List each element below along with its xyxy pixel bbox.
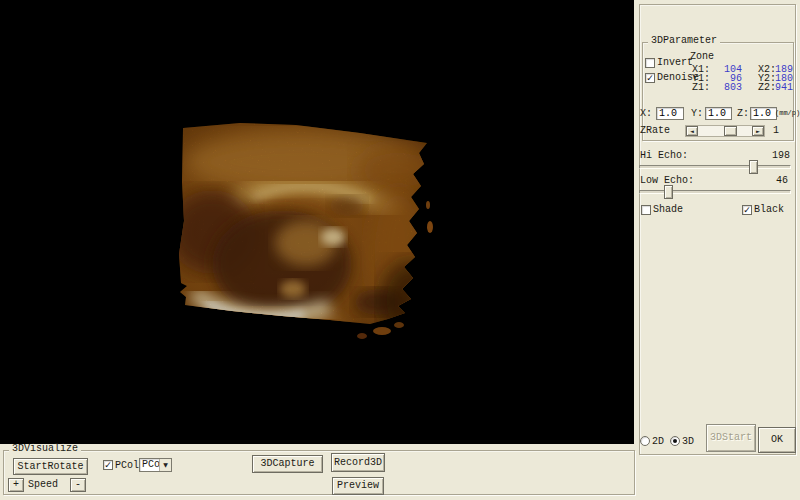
zone-z1-value: 803	[718, 83, 742, 93]
x-scale-input[interactable]	[656, 107, 684, 120]
z-scale-input[interactable]	[750, 107, 777, 120]
shade-checkbox[interactable]	[641, 205, 651, 215]
start3d-button[interactable]: 3DStart	[706, 424, 756, 452]
scale-unit-label: (mm/p)	[775, 110, 800, 117]
speed-plus-button[interactable]: +	[8, 478, 24, 492]
record-button[interactable]: Record3D	[331, 453, 385, 472]
chevron-down-icon: ▼	[159, 459, 171, 471]
hi-echo-label: Hi Echo:	[640, 151, 688, 161]
zone-z2-value: 941	[769, 83, 793, 93]
invert-label: Invert	[657, 58, 693, 68]
zone-label: Zone	[690, 52, 714, 62]
zone-z1-label: Z1:	[692, 83, 710, 93]
ultrasound-volume-render	[0, 0, 634, 444]
shade-label: Shade	[653, 205, 683, 215]
preview-button[interactable]: Preview	[332, 477, 384, 495]
denoise-checkbox[interactable]: ✓	[645, 73, 655, 83]
low-echo-slider-thumb[interactable]	[664, 185, 673, 199]
pcolor-dropdown-value: PColor	[140, 459, 159, 471]
capture-button[interactable]: 3DCapture	[252, 455, 323, 473]
zrate-scroll-right-button[interactable]: ►	[752, 126, 764, 136]
scroll-right-icon: ►	[756, 129, 760, 134]
parameter-group-title: 3DParameter	[648, 36, 720, 46]
zrate-scrollbar: ◄ ►	[685, 125, 765, 137]
mode-2d-label: 2D	[652, 437, 664, 447]
mode-3d-radio[interactable]	[670, 436, 680, 446]
zrate-label: ZRate	[640, 126, 670, 136]
mode-3d-label: 3D	[682, 437, 694, 447]
visualize-group-title: 3DVisualize	[9, 444, 81, 454]
y-scale-label: Y:	[691, 109, 703, 119]
z-scale-label: Z:	[737, 109, 749, 119]
pcolor-checkbox[interactable]: ✓	[103, 460, 113, 470]
zrate-scroll-left-button[interactable]: ◄	[686, 126, 698, 136]
zrate-value: 1	[773, 126, 779, 136]
speed-minus-button[interactable]: -	[70, 478, 86, 492]
app-window: 3DParameter Invert ✓ Denoise Zone X1: 10…	[0, 0, 800, 500]
invert-checkbox[interactable]	[645, 58, 655, 68]
scroll-left-icon: ◄	[690, 129, 694, 134]
zrate-scroll-thumb[interactable]	[724, 126, 737, 136]
black-label: Black	[754, 205, 784, 215]
mode-2d-radio[interactable]	[640, 436, 650, 446]
low-echo-value: 46	[748, 176, 788, 186]
render-viewport[interactable]	[0, 0, 634, 444]
hi-echo-slider-thumb[interactable]	[749, 160, 758, 174]
ok-button[interactable]: OK	[758, 427, 796, 453]
hi-echo-slider-track[interactable]	[639, 165, 791, 169]
x-scale-label: X:	[640, 109, 652, 119]
speed-label: Speed	[28, 480, 58, 490]
start-rotate-button[interactable]: StartRotate	[13, 458, 88, 475]
y-scale-input[interactable]	[705, 107, 732, 120]
black-checkbox[interactable]: ✓	[742, 205, 752, 215]
low-echo-slider-track[interactable]	[639, 190, 791, 194]
pcolor-dropdown[interactable]: PColor ▼	[139, 458, 172, 472]
